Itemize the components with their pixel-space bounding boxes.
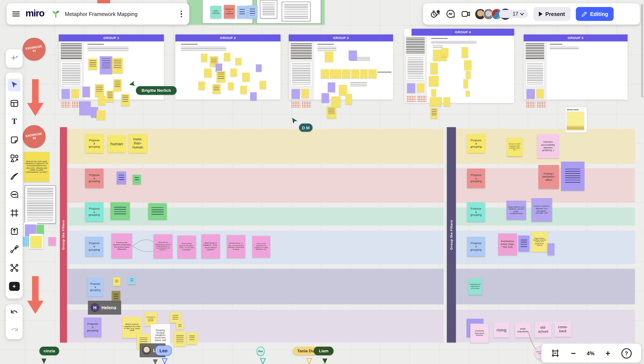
board-options-icon[interactable]	[179, 9, 184, 19]
pen-tool-icon[interactable]	[8, 170, 21, 183]
present-button[interactable]: Present	[534, 7, 570, 21]
comment-tool-icon[interactable]	[8, 188, 21, 201]
connector-tool-icon[interactable]	[8, 243, 21, 256]
undo-icon[interactable]	[8, 307, 21, 320]
editing-button[interactable]: Editing	[576, 7, 613, 21]
creation-toolbar: T +	[6, 73, 23, 298]
pencil-icon	[581, 11, 587, 17]
select-tool-icon[interactable]	[8, 78, 21, 91]
zoom-level[interactable]: 4%	[587, 350, 594, 356]
main-menu-icon[interactable]	[12, 12, 20, 16]
add-more-tools-icon[interactable]: +	[8, 280, 21, 293]
board-header: miro Metaphor Framework Mapping	[7, 3, 189, 24]
text-tool-icon[interactable]: T	[8, 115, 21, 128]
templates-icon[interactable]	[8, 97, 21, 110]
collaboration-header: P 17 Present Editing	[423, 3, 640, 24]
canvas-scrollbar[interactable]	[641, 4, 643, 98]
play-icon	[539, 12, 542, 16]
chevron-down-icon	[520, 12, 524, 15]
diagramming-tool-icon[interactable]	[8, 262, 21, 274]
sticky-note-tool-icon[interactable]	[8, 134, 21, 146]
zoom-controls: − 4% + ?	[541, 344, 641, 363]
help-icon[interactable]: ?	[621, 348, 631, 358]
participants-count: 17	[513, 11, 518, 17]
seedling-icon	[51, 9, 61, 19]
miro-board-app: Group the FiltersGroup the FiltersGROUP …	[0, 0, 644, 364]
svg-text:T: T	[12, 117, 17, 126]
zoom-out-icon[interactable]: −	[571, 349, 576, 358]
fit-to-frame-icon[interactable]	[551, 349, 560, 358]
reactions-icon[interactable]	[430, 9, 440, 19]
zoom-in-icon[interactable]: +	[605, 349, 610, 358]
ai-assist-icon[interactable]	[8, 52, 21, 65]
upload-icon[interactable]	[8, 225, 21, 238]
participant-avatars[interactable]: P 17	[478, 8, 528, 20]
miro-logo: miro	[25, 8, 44, 19]
connector-lines	[0, 0, 644, 364]
participants-count-dropdown[interactable]: 17	[499, 10, 528, 18]
shapes-tool-icon[interactable]	[8, 152, 21, 165]
ai-toolbar	[6, 49, 23, 68]
video-camera-icon[interactable]	[461, 9, 471, 19]
plus-icon: +	[9, 282, 20, 290]
history-toolbar	[6, 304, 23, 339]
frame-tool-icon[interactable]	[8, 206, 21, 220]
redo-icon[interactable]	[8, 324, 21, 337]
chat-icon[interactable]	[446, 9, 456, 19]
board-title[interactable]: Metaphor Framework Mapping	[65, 11, 138, 17]
